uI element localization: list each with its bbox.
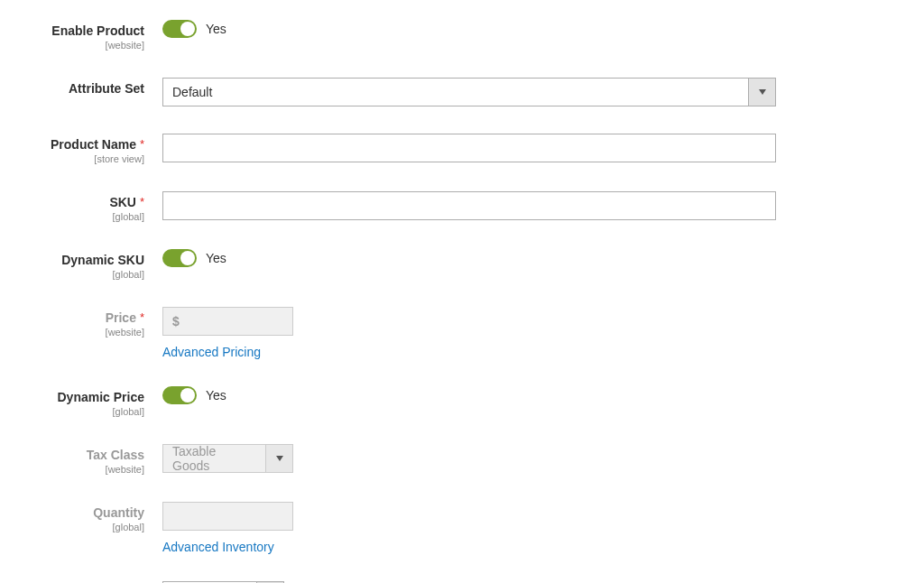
sku-input-wrapper (162, 191, 776, 220)
price-input-wrapper: $ (162, 307, 293, 336)
label-text: Dynamic SKU (61, 253, 144, 267)
chevron-down-icon (265, 445, 292, 472)
label-text: Tax Class (87, 448, 144, 462)
control-dynamic-sku: Yes (162, 247, 226, 270)
select-value: Default (163, 85, 748, 99)
quantity-input (172, 509, 283, 523)
label-sku: SKU* [global] (27, 190, 162, 222)
control-dynamic-price: Yes (162, 384, 226, 407)
control-tax-class: Taxable Goods (162, 442, 293, 473)
toggle-label: Yes (206, 22, 226, 36)
label-scope: [global] (27, 406, 144, 417)
toggle-label: Yes (206, 388, 226, 403)
label-text: Quantity (93, 505, 144, 520)
label-scope: [website] (27, 464, 144, 475)
required-asterisk: * (140, 137, 144, 151)
field-enable-product: Enable Product [website] Yes (27, 18, 897, 51)
product-name-input[interactable] (172, 141, 766, 155)
label-scope: [global] (27, 269, 144, 280)
sku-input[interactable] (172, 199, 766, 213)
enable-product-toggle[interactable]: Yes (162, 20, 226, 38)
control-stock-status: In Stock (162, 579, 284, 583)
label-scope: [store view] (27, 153, 144, 164)
dynamic-price-toggle[interactable]: Yes (162, 386, 226, 404)
toggle-knob (180, 22, 195, 36)
control-sku (162, 190, 776, 220)
price-input (185, 314, 283, 329)
label-text: Dynamic Price (58, 390, 145, 404)
label-scope: [global] (27, 211, 144, 222)
label-dynamic-price: Dynamic Price [global] (27, 384, 162, 417)
attribute-set-select[interactable]: Default (162, 78, 776, 106)
required-asterisk: * (140, 310, 144, 324)
field-product-name: Product Name* [store view] (27, 132, 897, 164)
required-asterisk: * (140, 195, 144, 208)
label-dynamic-sku: Dynamic SKU [global] (27, 247, 162, 280)
toggle-knob (180, 251, 195, 265)
label-stock-status: Stock Status [global] (27, 579, 162, 583)
control-price: $ Advanced Pricing (162, 305, 293, 359)
label-text: Price (106, 310, 136, 325)
field-stock-status: Stock Status [global] In Stock (27, 579, 897, 583)
field-price: Price* [website] $ Advanced Pricing (27, 305, 897, 359)
label-quantity: Quantity [global] (27, 500, 162, 532)
toggle-track (162, 249, 197, 267)
product-name-input-wrapper (162, 134, 776, 162)
field-quantity: Quantity [global] Advanced Inventory (27, 500, 897, 554)
tax-class-select: Taxable Goods (162, 444, 293, 473)
field-attribute-set: Attribute Set Default (27, 76, 897, 106)
label-text: Attribute Set (69, 81, 144, 96)
control-product-name (162, 132, 776, 162)
control-attribute-set: Default (162, 76, 776, 106)
chevron-down-icon (748, 79, 775, 106)
label-scope: [website] (27, 40, 144, 51)
advanced-inventory-link[interactable]: Advanced Inventory (162, 540, 274, 554)
label-scope: [website] (27, 327, 144, 338)
label-tax-class: Tax Class [website] (27, 442, 162, 475)
quantity-input-wrapper (162, 502, 293, 531)
dynamic-sku-toggle[interactable]: Yes (162, 249, 226, 267)
control-quantity: Advanced Inventory (162, 500, 293, 554)
label-scope: [global] (27, 522, 144, 532)
label-price: Price* [website] (27, 305, 162, 338)
field-tax-class: Tax Class [website] Taxable Goods (27, 442, 897, 475)
field-sku: SKU* [global] (27, 190, 897, 222)
label-text: Product Name (51, 137, 136, 152)
currency-symbol: $ (172, 314, 180, 329)
field-dynamic-price: Dynamic Price [global] Yes (27, 384, 897, 417)
toggle-knob (180, 388, 195, 403)
label-attribute-set: Attribute Set (27, 76, 162, 96)
label-text: Enable Product (51, 23, 144, 38)
toggle-track (162, 20, 197, 38)
toggle-track (162, 386, 197, 404)
field-dynamic-sku: Dynamic SKU [global] Yes (27, 247, 897, 280)
toggle-label: Yes (206, 251, 226, 265)
label-product-name: Product Name* [store view] (27, 132, 162, 164)
advanced-pricing-link[interactable]: Advanced Pricing (162, 345, 261, 359)
label-enable-product: Enable Product [website] (27, 18, 162, 51)
control-enable-product: Yes (162, 18, 226, 41)
label-text: SKU (109, 195, 136, 209)
select-value: Taxable Goods (163, 444, 265, 473)
